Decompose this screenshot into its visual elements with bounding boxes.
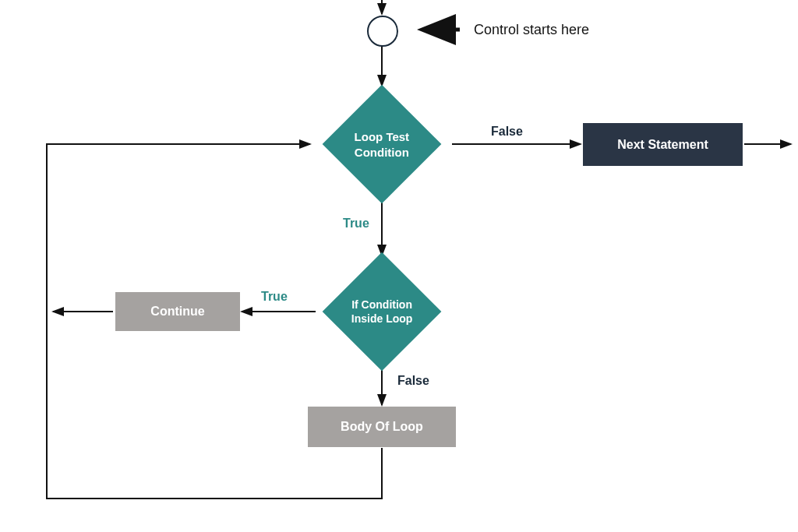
edge-label-loop-false: False [491,125,523,139]
edge-label-loop-true: True [343,217,369,231]
edge-label-if-true: True [261,290,288,304]
node-continue: Continue [115,292,240,331]
node-next-statement: Next Statement [583,123,743,166]
caption-control-starts: Control starts here [474,22,589,38]
decision-loop-test: Loop Test Condition [323,85,442,204]
node-continue-label: Continue [150,305,204,319]
node-body-of-loop-label: Body Of Loop [341,420,423,434]
node-next-statement-label: Next Statement [617,138,708,152]
edge-label-if-false: False [397,374,429,388]
start-node-icon [367,16,398,47]
decision-loop-test-label: Loop Test Condition [355,129,410,159]
flowchart-arrows [0,0,798,532]
decision-if-inside-loop-label: If Condition Inside Loop [351,298,413,326]
decision-if-inside-loop: If Condition Inside Loop [323,252,442,372]
node-body-of-loop: Body Of Loop [308,407,456,447]
